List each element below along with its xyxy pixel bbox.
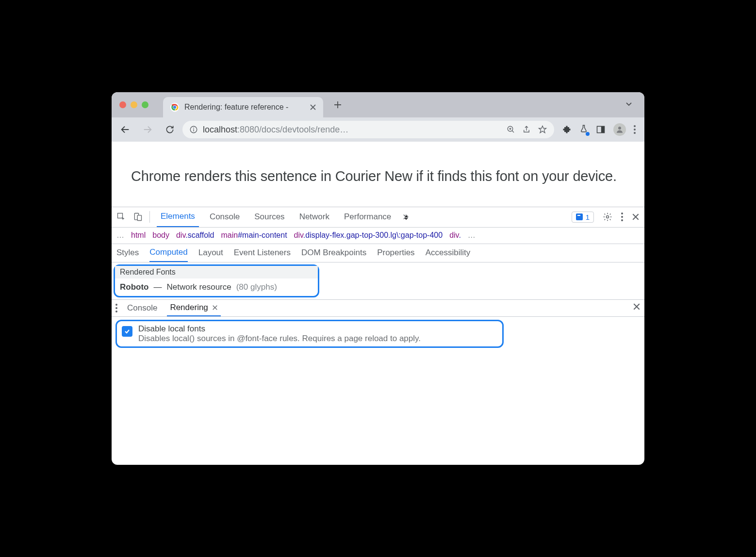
issues-count: 1 [586, 213, 590, 221]
issues-button[interactable]: 1 [572, 212, 594, 223]
zoom-icon[interactable] [507, 125, 515, 134]
option-text: Disable local fonts Disables local() sou… [138, 324, 421, 344]
close-devtools-icon[interactable] [632, 213, 640, 221]
back-button[interactable] [115, 124, 135, 135]
rendered-fonts-section: Rendered Fonts Roboto — Network resource… [114, 264, 319, 297]
person-icon [615, 125, 624, 134]
reload-icon [165, 125, 175, 134]
drawer-tab-rendering[interactable]: Rendering [167, 300, 220, 316]
svg-rect-11 [137, 215, 141, 221]
inspect-icon[interactable] [116, 212, 126, 222]
page-viewport: Chrome renders this sentence in Courier … [112, 142, 644, 207]
devtools-tab-elements[interactable]: Elements [157, 207, 199, 227]
more-tabs-icon[interactable] [402, 213, 411, 221]
info-icon[interactable] [189, 125, 198, 134]
browser-tab[interactable]: Rendering: feature reference - [163, 97, 323, 117]
window-controls [119, 101, 148, 108]
breadcrumb-ellipsis-right: … [468, 231, 476, 240]
breadcrumb-item[interactable]: div.scaffold [176, 231, 214, 240]
close-icon [633, 303, 641, 311]
breadcrumb-item[interactable]: div. [449, 231, 461, 240]
svg-point-1 [174, 106, 176, 109]
svg-point-12 [607, 216, 609, 218]
drawer-menu-button[interactable] [115, 304, 117, 312]
devtools-menu-button[interactable] [621, 213, 623, 221]
rendered-font-glyphs: (80 glyphs) [236, 282, 277, 292]
rendered-fonts-body: Roboto — Network resource (80 glyphs) [115, 278, 318, 296]
disable-local-fonts-option: Disable local fonts Disables local() sou… [115, 320, 504, 348]
subtab-accessibility[interactable]: Accessibility [426, 244, 471, 262]
elements-subtabs: Styles Computed Layout Event Listeners D… [112, 244, 644, 262]
drawer-tabs: Console Rendering [112, 299, 644, 317]
close-window-button[interactable] [119, 101, 126, 108]
breadcrumb-item[interactable]: html [131, 231, 146, 240]
minimize-window-button[interactable] [131, 101, 137, 108]
omnibox-actions [507, 125, 551, 134]
chrome-menu-button[interactable] [634, 125, 636, 134]
new-tab-button[interactable] [332, 100, 344, 109]
arrow-left-icon [120, 124, 131, 135]
devtools-tab-sources[interactable]: Sources [250, 207, 288, 227]
browser-window: Rendering: feature reference - [112, 92, 644, 465]
rendered-font-source: Network resource [166, 282, 231, 292]
disable-local-fonts-checkbox[interactable] [122, 326, 132, 337]
plus-icon [333, 100, 342, 109]
drawer-tab-console[interactable]: Console [124, 300, 160, 316]
address-bar[interactable]: localhost:8080/docs/devtools/rende… [182, 121, 554, 138]
close-tab-icon[interactable] [310, 104, 316, 111]
share-icon[interactable] [522, 125, 531, 134]
subtab-computed[interactable]: Computed [149, 244, 187, 262]
chevron-down-icon [625, 100, 633, 108]
url-text: localhost:8080/docs/devtools/rende… [203, 125, 502, 135]
rendered-font-name: Roboto [120, 282, 148, 292]
tab-strip: Rendering: feature reference - [112, 92, 644, 117]
subtab-dom-breakpoints[interactable]: DOM Breakpoints [301, 244, 366, 262]
forward-button[interactable] [138, 124, 157, 135]
tab-list-button[interactable] [625, 100, 633, 110]
profile-button[interactable] [613, 123, 626, 136]
chrome-icon [170, 102, 180, 112]
rendered-fonts-header: Rendered Fonts [115, 266, 318, 278]
subtab-styles[interactable]: Styles [116, 244, 139, 262]
devtools-tab-performance[interactable]: Performance [340, 207, 395, 227]
devtools-panel: Elements Console Sources Network Perform… [112, 207, 644, 465]
breadcrumb-item[interactable]: main#main-content [221, 231, 287, 240]
reload-button[interactable] [160, 125, 180, 134]
toolbar-divider [149, 211, 150, 223]
subtab-event-listeners[interactable]: Event Listeners [234, 244, 291, 262]
svg-point-8 [618, 127, 621, 130]
settings-icon[interactable] [603, 212, 612, 222]
close-drawer-button[interactable] [633, 303, 641, 313]
rendered-font-dash: — [153, 282, 162, 292]
option-description: Disables local() sources in @font-face r… [138, 334, 421, 344]
side-panel-icon[interactable] [596, 125, 606, 134]
maximize-window-button[interactable] [142, 101, 148, 108]
devtools-tab-network[interactable]: Network [296, 207, 333, 227]
labs-button[interactable] [579, 124, 588, 135]
issues-icon [576, 213, 583, 220]
labs-notification-dot [586, 132, 590, 136]
breadcrumb-ellipsis-left: … [116, 231, 124, 240]
tab-title: Rendering: feature reference - [184, 103, 305, 112]
star-icon[interactable] [538, 125, 547, 134]
close-drawer-tab-icon [212, 305, 218, 311]
svg-point-4 [193, 128, 194, 129]
arrow-right-icon [142, 124, 153, 135]
devtools-tab-console[interactable]: Console [206, 207, 244, 227]
svg-rect-7 [601, 126, 605, 132]
extensions-icon[interactable] [562, 125, 572, 134]
breadcrumb-item[interactable]: div.display-flex.gap-top-300.lg\:gap-top… [294, 231, 443, 240]
subtab-properties[interactable]: Properties [377, 244, 414, 262]
breadcrumb-item[interactable]: body [152, 231, 169, 240]
toolbar-actions [557, 123, 641, 136]
device-toggle-icon[interactable] [133, 212, 143, 222]
devtools-toolbar: Elements Console Sources Network Perform… [112, 207, 644, 228]
option-title: Disable local fonts [138, 324, 421, 334]
page-body-text: Chrome renders this sentence in Courier … [131, 166, 625, 187]
url-toolbar: localhost:8080/docs/devtools/rende… [112, 117, 644, 142]
subtab-layout[interactable]: Layout [198, 244, 223, 262]
checkmark-icon [124, 328, 131, 335]
dom-breadcrumb[interactable]: … html body div.scaffold main#main-conte… [112, 228, 644, 244]
